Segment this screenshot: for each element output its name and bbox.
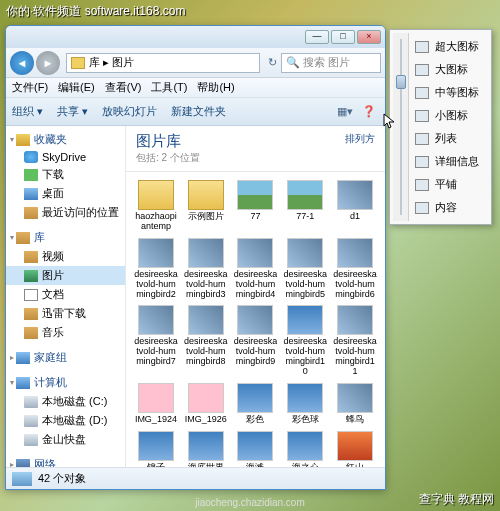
view-option-icon [415,87,429,99]
image-thumb [237,238,273,268]
item-label: desireeskatvold-hummingbird11 [333,337,377,377]
sidebar-favorites[interactable]: ▾收藏夹 [6,130,125,149]
file-item[interactable]: IMG_1926 [182,381,230,427]
slider-thumb[interactable] [396,75,406,89]
view-option-label: 列表 [435,131,457,146]
sidebar-item-desktop[interactable]: 桌面 [6,184,125,203]
file-item[interactable]: 彩色 [232,381,280,427]
sidebar-libraries[interactable]: ▾库 [6,228,125,247]
breadcrumb-current[interactable]: 图片 [112,55,134,70]
file-item[interactable]: 海滩 [232,429,280,467]
image-thumb [337,383,373,413]
file-item[interactable]: 海底世界 [182,429,230,467]
help-icon[interactable]: ❓ [359,104,379,120]
close-button[interactable]: × [357,30,381,44]
sidebar-item-music[interactable]: 音乐 [6,323,125,342]
item-label: desireeskatvold-hummingbird9 [234,337,278,367]
view-option[interactable]: 中等图标 [409,81,488,104]
status-count: 42 个对象 [38,471,86,486]
share-button[interactable]: 共享 ▾ [57,104,88,119]
sidebar-item-kuaipan[interactable]: 金山快盘 [6,430,125,449]
view-option[interactable]: 超大图标 [409,35,488,58]
network-icon [16,459,30,468]
file-item[interactable]: desireeskatvold-hummingbird10 [281,303,329,379]
file-item[interactable]: d1 [331,178,379,234]
pictures-icon [24,270,38,282]
minimize-button[interactable]: — [305,30,329,44]
sidebar-item-skydrive[interactable]: SkyDrive [6,149,125,165]
file-item[interactable]: 彩色球 [281,381,329,427]
refresh-icon[interactable]: ↻ [268,56,277,69]
search-icon: 🔍 [286,56,300,69]
menu-bar: 文件(F) 编辑(E) 查看(V) 工具(T) 帮助(H) [6,78,385,98]
item-label: IMG_1924 [135,415,177,425]
library-subtitle[interactable]: 包括: 2 个位置 [136,151,200,165]
file-item[interactable]: desireeskatvold-hummingbird11 [331,303,379,379]
sidebar-item-disk-c[interactable]: 本地磁盘 (C:) [6,392,125,411]
arrange-by[interactable]: 排列方 [345,132,375,146]
file-item[interactable]: desireeskatvold-hummingbird7 [132,303,180,379]
menu-help[interactable]: 帮助(H) [197,80,234,95]
file-item[interactable]: desireeskatvold-hummingbird4 [232,236,280,302]
image-thumb [237,305,273,335]
file-item[interactable]: 锦子 [132,429,180,467]
view-option[interactable]: 内容 [409,196,488,219]
file-item[interactable]: desireeskatvold-hummingbird9 [232,303,280,379]
sidebar-item-documents[interactable]: 文档 [6,285,125,304]
back-button[interactable]: ◄ [10,51,34,75]
item-label: 77-1 [296,212,314,222]
view-option[interactable]: 详细信息 [409,150,488,173]
video-icon [24,251,38,263]
newfolder-button[interactable]: 新建文件夹 [171,104,226,119]
titlebar[interactable]: — □ × [6,26,385,48]
menu-file[interactable]: 文件(F) [12,80,48,95]
maximize-button[interactable]: □ [331,30,355,44]
view-option[interactable]: 列表 [409,127,488,150]
view-slider[interactable] [393,33,409,221]
file-item[interactable]: 红山 [331,429,379,467]
file-item[interactable]: 海之心 [281,429,329,467]
file-item[interactable]: desireeskatvold-hummingbird8 [182,303,230,379]
item-label: desireeskatvold-hummingbird4 [234,270,278,300]
sidebar-item-downloads[interactable]: 下载 [6,165,125,184]
sidebar-item-videos[interactable]: 视频 [6,247,125,266]
view-mode-button[interactable]: ▦▾ [335,104,355,120]
organize-button[interactable]: 组织 ▾ [12,104,43,119]
item-label: 海底世界 [188,463,224,467]
sidebar-item-recent[interactable]: 最近访问的位置 [6,203,125,222]
file-item[interactable]: IMG_1924 [132,381,180,427]
view-option-label: 小图标 [435,108,468,123]
file-item[interactable]: desireeskatvold-hummingbird2 [132,236,180,302]
sidebar-item-pictures[interactable]: 图片 [6,266,125,285]
image-thumb [287,238,323,268]
view-option[interactable]: 小图标 [409,104,488,127]
address-bar[interactable]: 库 ▸ 图片 [66,53,260,73]
item-label: haozhaopiantemp [134,212,178,232]
file-item[interactable]: 77-1 [281,178,329,234]
file-item[interactable]: desireeskatvold-hummingbird3 [182,236,230,302]
file-item[interactable]: desireeskatvold-hummingbird5 [281,236,329,302]
menu-tools[interactable]: 工具(T) [151,80,187,95]
item-label: 蜂鸟 [346,415,364,425]
file-item[interactable]: haozhaopiantemp [132,178,180,234]
sidebar-homegroup[interactable]: ▸家庭组 [6,348,125,367]
sidebar-item-disk-d[interactable]: 本地磁盘 (D:) [6,411,125,430]
sidebar-network[interactable]: ▸网络 [6,455,125,467]
cloud-disk-icon [24,434,38,446]
file-item[interactable]: 蜂鸟 [331,381,379,427]
menu-view[interactable]: 查看(V) [105,80,142,95]
slideshow-button[interactable]: 放映幻灯片 [102,104,157,119]
view-option[interactable]: 大图标 [409,58,488,81]
sidebar-item-thunder[interactable]: 迅雷下载 [6,304,125,323]
menu-edit[interactable]: 编辑(E) [58,80,95,95]
item-label: 彩色 [246,415,264,425]
file-item[interactable]: 示例图片 [182,178,230,234]
forward-button[interactable]: ► [36,51,60,75]
status-bar: 42 个对象 [6,467,385,489]
sidebar-computer[interactable]: ▾计算机 [6,373,125,392]
breadcrumb-root[interactable]: 库 [89,55,100,70]
view-option[interactable]: 平铺 [409,173,488,196]
search-input[interactable]: 🔍 搜索 图片 [281,53,381,73]
file-item[interactable]: desireeskatvold-hummingbird6 [331,236,379,302]
file-item[interactable]: 77 [232,178,280,234]
